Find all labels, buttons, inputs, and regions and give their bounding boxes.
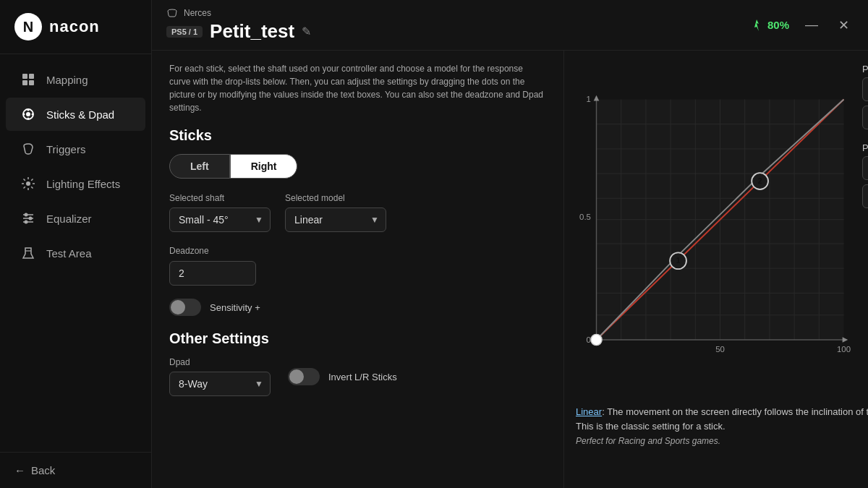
y-axis-arrow-icon — [594, 95, 600, 101]
dpad-select-wrapper: 8-Way ▼ — [169, 372, 271, 396]
graph-y-label-1: 1 — [587, 95, 591, 103]
shaft-group: Selected shaft Small - 45° ▼ — [169, 193, 271, 232]
shaft-select[interactable]: Small - 45° — [169, 207, 271, 232]
invert-toggle-knob — [289, 369, 304, 384]
invert-toggle[interactable] — [288, 368, 320, 385]
edit-icon[interactable]: ✎ — [302, 25, 311, 38]
logo-icon: N — [14, 13, 42, 40]
sidebar-item-test-label: Test Area — [46, 247, 92, 260]
curve-type-link[interactable]: Linear — [576, 406, 602, 417]
deadzone-input-wrap — [169, 261, 546, 286]
minimize-button[interactable]: — — [801, 16, 822, 34]
sticks-dpad-icon — [20, 106, 36, 122]
logo-letter: N — [23, 19, 33, 35]
lighting-icon — [20, 176, 36, 192]
dpad-label: Dpad — [169, 357, 271, 367]
shaft-model-row: Selected shaft Small - 45° ▼ Selected mo… — [169, 193, 546, 232]
svg-line-15 — [24, 179, 25, 181]
badge-title-row: PS5 / 1 Petit_test ✎ — [166, 20, 311, 43]
svg-text:2: 2 — [758, 177, 762, 185]
deadzone-input[interactable] — [169, 261, 256, 286]
logo-text: nacon — [49, 17, 100, 36]
deadzone-label: Deadzone — [169, 246, 209, 256]
left-panel: For each stick, select the shaft used on… — [152, 51, 564, 488]
model-select[interactable]: Linear — [285, 207, 386, 232]
left-stick-button[interactable]: Left — [169, 154, 230, 179]
sidebar-item-triggers[interactable]: Triggers — [6, 132, 145, 166]
topbar-subtitle: Nerces — [184, 8, 211, 18]
title-row: Nerces — [166, 7, 311, 19]
graph-wrap: 1 2 0.5 1 0 50 100 — [576, 93, 851, 367]
svg-rect-0 — [22, 74, 27, 79]
sensitivity-toggle-row: Sensitivity + — [169, 299, 546, 316]
shaft-select-wrapper: Small - 45° ▼ — [169, 207, 271, 232]
svg-point-5 — [26, 112, 30, 116]
x-axis-arrow-icon — [843, 337, 848, 343]
curve-description-box: Linear: The movement on the screen direc… — [576, 399, 868, 446]
sensitivity-toggle-knob — [171, 300, 185, 314]
sidebar-item-sticks-dpad[interactable]: Sticks & Dpad — [6, 98, 145, 131]
mapping-icon — [20, 72, 36, 87]
point2-x-input[interactable]: 66 — [862, 156, 868, 180]
other-settings-title: Other Settings — [169, 330, 546, 347]
battery-pct: 80% — [767, 19, 789, 31]
graph-origin-point[interactable] — [591, 334, 602, 345]
sidebar-item-sticks-label: Sticks & Dpad — [46, 108, 114, 121]
bottom-bar: Reset — [576, 446, 868, 481]
sidebar-nav: Mapping Sticks & Dpad Triggers Lighting … — [0, 60, 151, 452]
curve-description-italic: Perfect for Racing and Sports games. — [576, 436, 868, 446]
graph-x-label-50: 50 — [715, 345, 725, 354]
graph-x-label-100: 100 — [837, 345, 851, 354]
dpad-group: Dpad 8-Way ▼ — [169, 357, 271, 396]
sidebar-item-lighting[interactable]: Lighting Effects — [6, 167, 145, 200]
content-area: For each stick, select the shaft used on… — [152, 51, 868, 488]
svg-line-17 — [31, 179, 33, 181]
topbar: Nerces PS5 / 1 Petit_test ✎ 80% — ✕ — [152, 0, 868, 51]
invert-toggle-row: Invert L/R Sticks — [288, 368, 397, 385]
back-button[interactable]: ← Back — [14, 464, 137, 476]
svg-point-8 — [23, 114, 25, 116]
dpad-select[interactable]: 8-Way — [169, 372, 271, 396]
svg-rect-1 — [29, 74, 34, 79]
sensitivity-label: Sensitivity + — [210, 302, 260, 313]
graph-y-label-05: 0.5 — [579, 213, 591, 221]
svg-point-7 — [27, 118, 30, 120]
back-arrow-icon: ← — [14, 464, 25, 476]
svg-point-23 — [29, 217, 33, 221]
model-label: Selected model — [285, 193, 386, 203]
title-block: Nerces PS5 / 1 Petit_test ✎ — [166, 7, 311, 43]
svg-point-10 — [26, 181, 30, 186]
sensitivity-toggle[interactable] — [169, 299, 201, 316]
page-description: For each stick, select the shaft used on… — [169, 62, 546, 114]
point1-section: Point 1 33 0.33 — [862, 64, 868, 134]
svg-point-22 — [25, 213, 28, 217]
sticks-section-title: Sticks — [169, 127, 546, 144]
logo: N nacon — [0, 0, 151, 54]
sidebar-item-test-area[interactable]: Test Area — [6, 236, 145, 270]
battery-indicator: 80% — [750, 19, 789, 32]
sidebar-item-equalizer[interactable]: Equalizer — [6, 202, 145, 235]
point1-label: Point 1 — [862, 64, 868, 74]
back-label: Back — [31, 464, 55, 476]
test-area-icon — [20, 245, 36, 261]
sidebar-item-mapping[interactable]: Mapping — [6, 63, 145, 96]
sidebar-item-mapping-label: Mapping — [46, 74, 88, 86]
graph-origin-label: 0 — [587, 335, 591, 344]
right-panel: 1 2 0.5 1 0 50 100 — [564, 51, 868, 488]
point2-y-input[interactable]: 0.66 — [862, 184, 868, 208]
invert-label: Invert L/R Sticks — [328, 372, 397, 382]
svg-marker-26 — [754, 20, 759, 31]
point1-x-input[interactable]: 33 — [862, 77, 868, 101]
svg-point-6 — [27, 109, 30, 111]
other-settings-row: Dpad 8-Way ▼ Invert L/R Sticks — [169, 357, 546, 396]
battery-icon — [750, 19, 763, 32]
point2-label: Point 2 — [862, 142, 868, 153]
close-button[interactable]: ✕ — [834, 16, 854, 35]
right-stick-button[interactable]: Right — [230, 154, 298, 179]
graph-and-points: 1 2 0.5 1 0 50 100 — [576, 61, 868, 399]
graph-container: 1 2 0.5 1 0 50 100 — [576, 61, 851, 399]
stick-toggle-group: Left Right — [169, 154, 546, 179]
points-panel: Point 1 33 0.33 — [862, 61, 868, 399]
response-curve-graph[interactable]: 1 2 0.5 1 0 50 100 — [576, 93, 851, 367]
point1-y-input[interactable]: 0.33 — [862, 106, 868, 129]
